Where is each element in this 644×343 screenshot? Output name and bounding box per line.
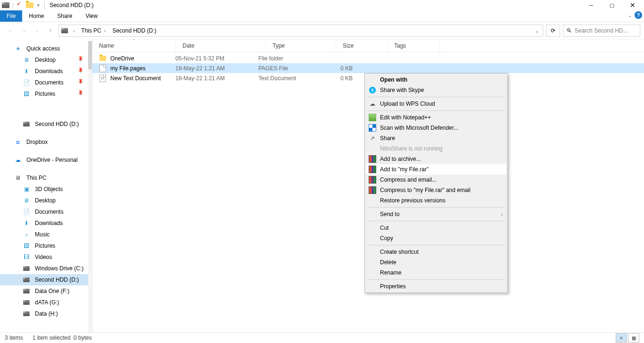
nav-data-one[interactable]: Data One (F:) [0, 285, 88, 297]
ctx-share-skype[interactable]: SShare with Skype [366, 85, 506, 95]
address-bar[interactable]: › This PC› Second HDD (D:) ⌄ [58, 25, 543, 37]
ctx-separator [368, 110, 504, 111]
nav-data-g[interactable]: dATA (G:) [0, 297, 88, 308]
nav-onedrive[interactable]: ☁OneDrive - Personal [0, 154, 88, 166]
minimize-button[interactable]: ─ [581, 0, 602, 10]
back-button[interactable]: ← [6, 25, 16, 36]
chevron-right-icon: › [501, 212, 503, 217]
addr-drive-icon [61, 28, 68, 33]
ctx-open-with[interactable]: Open with [366, 75, 506, 85]
nav-pictures[interactable]: 🖼Pictures📌 [0, 88, 88, 100]
file-row-selected[interactable]: my File.pages 18-May-22 1:21 AM PAGES Fi… [92, 63, 644, 73]
column-headers: Name˄ Date Type Size Tags [92, 39, 644, 52]
qat-dropdown-icon[interactable]: ▾ [37, 3, 40, 8]
nav-desktop-pc[interactable]: 🖥Desktop [0, 195, 88, 206]
nav-downloads[interactable]: ⬇Downloads📌 [0, 66, 88, 77]
ctx-nitroshare: NitroShare is not running [366, 143, 506, 154]
col-type[interactable]: Type [266, 40, 336, 52]
nav-dropbox[interactable]: ⧈Dropbox [0, 136, 88, 148]
ctx-create-shortcut[interactable]: Create shortcut [366, 247, 506, 257]
text-file-icon [99, 75, 106, 82]
help-icon[interactable]: ? [635, 11, 642, 19]
pin-icon: 📌 [77, 89, 84, 97]
nav-desktop[interactable]: 🖥Desktop📌 [0, 54, 88, 66]
view-large-icons-button[interactable]: ▦ [628, 333, 639, 343]
context-menu: Open with SShare with Skype ☁Upload to W… [364, 73, 508, 293]
up-button[interactable]: ↑ [45, 25, 56, 36]
nav-this-pc[interactable]: 🖥This PC [0, 172, 88, 184]
breadcrumb-this-pc[interactable]: This PC› [79, 27, 108, 34]
ctx-cut[interactable]: Cut [366, 223, 506, 233]
breadcrumb-current[interactable]: Second HDD (D:) [110, 27, 158, 34]
ctx-properties[interactable]: Properties [366, 281, 506, 292]
ctx-add-archive[interactable]: Add to archive... [366, 154, 506, 164]
nav-second-hdd-quick[interactable]: Second HDD (D:) [0, 118, 88, 130]
tab-home[interactable]: Home [22, 10, 50, 22]
ctx-upload-wps[interactable]: ☁Upload to WPS Cloud [366, 99, 506, 109]
nav-pictures-pc[interactable]: 🖼Pictures [0, 240, 88, 251]
nav-music[interactable]: ♪Music [0, 229, 88, 240]
recent-dropdown[interactable]: ⌄ [32, 25, 42, 36]
titlebar: | ▾ Second HDD (D:) ─ ▢ ✕ [0, 0, 644, 10]
addr-dropdown-icon[interactable]: ⌄ [535, 28, 539, 33]
sort-ascending-icon: ˄ [133, 39, 135, 43]
close-button[interactable]: ✕ [622, 0, 643, 10]
ctx-add-to-rar[interactable]: Add to "my File.rar" [366, 164, 506, 175]
ctx-separator [368, 207, 504, 208]
ctx-restore-versions[interactable]: Restore previous versions [366, 195, 506, 206]
titlebar-separator [44, 1, 45, 9]
ctx-scan-defender[interactable]: Scan with Microsoft Defender... [366, 123, 506, 133]
nav-data-h[interactable]: Data (H:) [0, 308, 88, 319]
cloud-icon: ☁ [369, 100, 376, 108]
address-bar-row: ← → ⌄ ↑ › This PC› Second HDD (D:) ⌄ ⟳ 🔍… [0, 22, 644, 39]
forward-button[interactable]: → [19, 25, 29, 36]
refresh-button[interactable]: ⟳ [546, 25, 560, 37]
ctx-share[interactable]: ↗Share [366, 133, 506, 143]
maximize-button[interactable]: ▢ [602, 0, 622, 10]
ctx-copy[interactable]: Copy [366, 233, 506, 243]
window-title: Second HDD (D:) [50, 2, 93, 8]
tab-share[interactable]: Share [50, 10, 79, 22]
winrar-icon [369, 176, 376, 184]
col-size[interactable]: Size [336, 40, 388, 52]
folder-icon[interactable] [26, 2, 33, 8]
drive-icon [2, 2, 9, 8]
col-date[interactable]: Date [176, 40, 266, 52]
nav-windows-drive[interactable]: Windows Drive (C:) [0, 263, 88, 274]
chevron-right-icon[interactable]: › [73, 28, 74, 33]
nav-documents[interactable]: 📄Documents📌 [0, 77, 88, 88]
search-input[interactable]: 🔍︎ Search Second HD... [563, 25, 640, 37]
ctx-rename[interactable]: Rename [366, 268, 506, 278]
ctx-compress-rar-email[interactable]: Compress to "my File.rar" and email [366, 185, 506, 195]
nav-downloads-pc[interactable]: ⬇Downloads [0, 218, 88, 229]
pin-icon: 📌 [77, 78, 84, 85]
ribbon-expand-icon[interactable]: ⌄ [628, 13, 632, 18]
search-placeholder: Search Second HD... [575, 27, 628, 34]
winrar-icon [369, 166, 376, 173]
nav-second-hdd[interactable]: Second HDD (D:) [0, 274, 88, 285]
skype-icon: S [369, 87, 376, 93]
tab-view[interactable]: View [79, 10, 104, 22]
share-icon: ↗ [369, 134, 376, 142]
view-details-button[interactable]: ≡ [616, 333, 627, 343]
notepad-icon [369, 114, 376, 121]
pin-icon: 📌 [77, 55, 84, 63]
ctx-compress-email[interactable]: Compress and email... [366, 175, 506, 185]
ctx-delete[interactable]: Delete [366, 257, 506, 268]
ctx-send-to[interactable]: Send to› [366, 209, 506, 219]
nav-scroll-thumb[interactable] [88, 41, 92, 69]
nav-3d-objects[interactable]: ▣3D Objects [0, 184, 88, 195]
tab-file[interactable]: File [0, 10, 22, 22]
ctx-edit-notepad[interactable]: Edit with Notepad++ [366, 112, 506, 123]
status-selection: 1 item selected 0 bytes [33, 335, 92, 341]
nav-videos[interactable]: 🎞Videos [0, 251, 88, 263]
status-item-count: 3 items [5, 335, 23, 341]
nav-scrollbar[interactable] [88, 41, 92, 333]
file-row-folder[interactable]: OneDrive 05-Nov-21 5:32 PM File folder [92, 53, 644, 63]
nav-documents-pc[interactable]: 📄Documents [0, 206, 88, 218]
winrar-icon [369, 186, 376, 194]
qat-properties-icon[interactable] [17, 2, 23, 8]
col-name[interactable]: Name˄ [92, 40, 176, 52]
nav-quick-access[interactable]: ★Quick access [0, 43, 88, 54]
col-tags[interactable]: Tags [388, 40, 440, 52]
